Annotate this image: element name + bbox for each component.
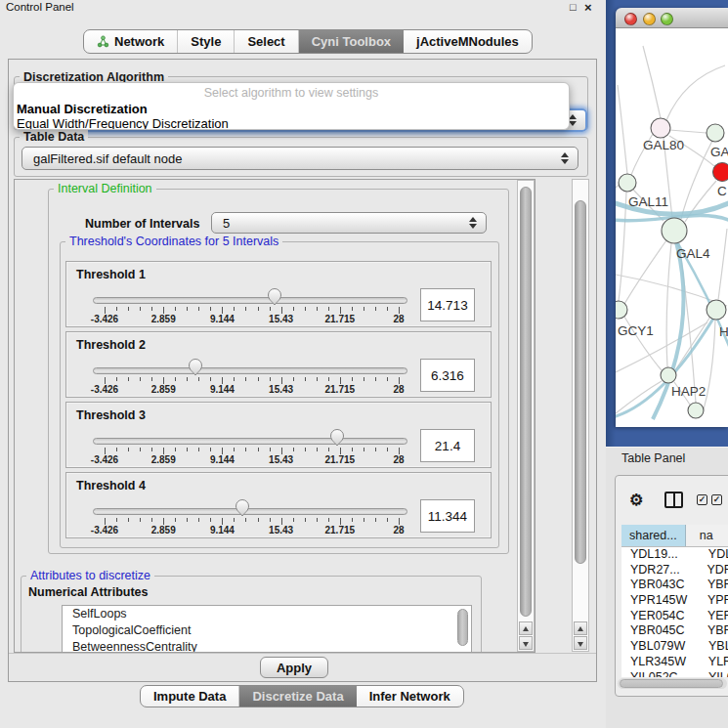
network-node-gal4[interactable] — [662, 218, 687, 243]
table-row[interactable]: YDR27...YDR2 — [621, 563, 728, 578]
settings-scrollbar[interactable] — [517, 180, 535, 652]
scroll-down-icon[interactable] — [519, 636, 533, 650]
network-edge[interactable] — [624, 240, 666, 304]
table-row[interactable]: YPR145WYPR1 — [621, 593, 728, 609]
zoom-traffic-light-icon[interactable] — [661, 13, 673, 25]
threshold-slider-track[interactable] — [93, 367, 407, 374]
network-edge[interactable] — [618, 85, 627, 174]
close-window-icon[interactable]: × — [584, 0, 592, 15]
tab-network[interactable]: Network — [84, 30, 178, 53]
bottom-tab-infer-network[interactable]: Infer Network — [357, 686, 463, 707]
slider-tick-label: 9.144 — [210, 314, 235, 324]
threshold-slider-thumb[interactable] — [188, 358, 203, 376]
network-node-gal11[interactable] — [619, 174, 636, 192]
table-data-combo[interactable]: galFiltered.sif default node — [21, 147, 578, 170]
table-row[interactable]: YBR045CYBR0 — [621, 623, 728, 639]
slider-tick-label: 2.859 — [151, 454, 176, 465]
network-edge[interactable] — [666, 243, 671, 367]
slider-tick — [317, 448, 318, 451]
scroll-up-icon[interactable] — [519, 621, 533, 635]
network-node-label: GCY1 — [618, 323, 654, 338]
scroll-up-icon[interactable] — [574, 621, 587, 635]
panel-scrollbar-thumb[interactable] — [575, 200, 586, 564]
threshold-panel-4: Threshold 4-3.4262.8599.14415.4321.71528… — [65, 472, 492, 538]
algorithm-option-manual-discretization[interactable]: Manual Discretization — [17, 102, 148, 116]
network-edge[interactable] — [669, 130, 707, 133]
network-node-label: GAL4 — [676, 246, 710, 261]
table-cell: YER054C — [621, 609, 694, 624]
attributes-group-title: Attributes to discretize — [26, 569, 154, 582]
network-node[interactable] — [688, 403, 704, 418]
bottom-tab-discretize-data[interactable]: Discretize Data — [239, 686, 356, 707]
table-row[interactable]: YBL079WYBL0 — [621, 639, 728, 655]
slider-tick-label: 21.715 — [325, 314, 356, 324]
slider-tick-label: 9.144 — [210, 384, 235, 395]
bottom-tab-impute-data[interactable]: Impute Data — [141, 686, 239, 707]
table-row[interactable]: YDL19...YDL1 — [621, 547, 728, 563]
network-edge[interactable] — [616, 185, 619, 188]
network-node-hap2[interactable] — [661, 367, 676, 383]
table-row[interactable]: YIL052CYIL0 — [621, 670, 728, 678]
attributes-list-scrollbar[interactable] — [457, 609, 468, 646]
table-row[interactable]: YER054CYER0 — [621, 609, 728, 624]
network-node-ga[interactable] — [707, 124, 724, 142]
network-node-label: GAL11 — [628, 194, 668, 209]
columns-icon[interactable] — [664, 492, 683, 508]
table-column-header-na[interactable]: na — [686, 525, 728, 546]
control-panel-title: Control Panel — [6, 1, 74, 13]
minimize-traffic-light-icon[interactable] — [643, 13, 656, 25]
network-node-c[interactable] — [713, 163, 728, 182]
slider-tick — [175, 377, 176, 381]
algorithm-option-equal-width-frequency-discretization[interactable]: Equal Width/Frequency Discretization — [17, 116, 229, 130]
threshold-slider-thumb[interactable] — [329, 428, 345, 447]
network-edge[interactable] — [616, 381, 662, 413]
threshold-slider-thumb[interactable] — [235, 498, 250, 517]
threshold-value-field[interactable]: 14.713 — [420, 288, 475, 321]
close-traffic-light-icon[interactable] — [624, 13, 637, 25]
network-edge[interactable] — [643, 46, 661, 118]
slider-tick — [151, 307, 152, 311]
network-edge[interactable] — [666, 65, 725, 120]
settings-scrollbar-thumb[interactable] — [520, 187, 532, 617]
network-edge[interactable] — [681, 141, 712, 219]
network-node-gcy1[interactable] — [616, 301, 627, 319]
network-node-h[interactable] — [707, 300, 726, 320]
attribute-item-betweennesscentrality[interactable]: BetweennessCentrality — [63, 639, 471, 653]
apply-button[interactable]: Apply — [260, 657, 328, 678]
numerical-attributes-list[interactable]: SelfLoopsTopologicalCoefficientBetweenne… — [62, 605, 472, 653]
threshold-value-field[interactable]: 21.4 — [420, 429, 475, 462]
tab-jactivemnodules[interactable]: jActiveMNodules — [404, 30, 532, 53]
threshold-slider-track[interactable] — [93, 438, 407, 445]
attribute-item-topologicalcoefficient[interactable]: TopologicalCoefficient — [63, 622, 471, 639]
table-column-header-shared[interactable]: shared... — [621, 525, 686, 546]
node-attribute-table[interactable]: shared...na YDL19...YDL1YDR27...YDR2YBR0… — [621, 525, 728, 677]
threshold-slider-track[interactable] — [93, 297, 407, 304]
attribute-item-selfloops[interactable]: SelfLoops — [63, 606, 471, 622]
threshold-slider-thumb[interactable] — [267, 287, 282, 306]
table-horizontal-scrollbar[interactable] — [618, 678, 727, 689]
threshold-value-field[interactable]: 11.344 — [420, 499, 475, 533]
table-cell: YBR0 — [694, 623, 728, 639]
scroll-down-icon[interactable] — [574, 636, 587, 650]
number-of-intervals-combo[interactable]: 5 — [211, 212, 487, 234]
tab-style[interactable]: Style — [178, 30, 235, 53]
checkbox-icon[interactable]: ✓ — [697, 494, 707, 505]
slider-tick — [210, 518, 211, 522]
panel-scrollbar[interactable] — [572, 179, 589, 652]
network-canvas[interactable]: GAL80GACGAL11GAL4GCY1HHAP2 — [616, 28, 728, 427]
table-cell: YDL19... — [621, 547, 695, 563]
slider-tick — [140, 448, 141, 451]
table-row[interactable]: YLR345WYLR3 — [621, 655, 728, 670]
tab-cyni-toolbox[interactable]: Cyni Toolbox — [299, 30, 404, 53]
checkbox-icon[interactable]: ✓ — [711, 494, 722, 505]
network-node-gal80[interactable] — [651, 118, 670, 138]
threshold-value-field[interactable]: 6.316 — [420, 359, 475, 392]
table-data-combo-value: galFiltered.sif default node — [33, 151, 182, 166]
table-row[interactable]: YBR043CYBR0 — [621, 578, 728, 593]
float-window-icon[interactable]: □ — [570, 1, 577, 13]
table-hscrollbar-thumb[interactable] — [620, 679, 723, 688]
network-edge[interactable] — [718, 229, 727, 300]
tab-select[interactable]: Select — [235, 30, 298, 53]
slider-tick — [387, 518, 388, 522]
gear-icon[interactable]: ⚙ — [629, 491, 643, 509]
